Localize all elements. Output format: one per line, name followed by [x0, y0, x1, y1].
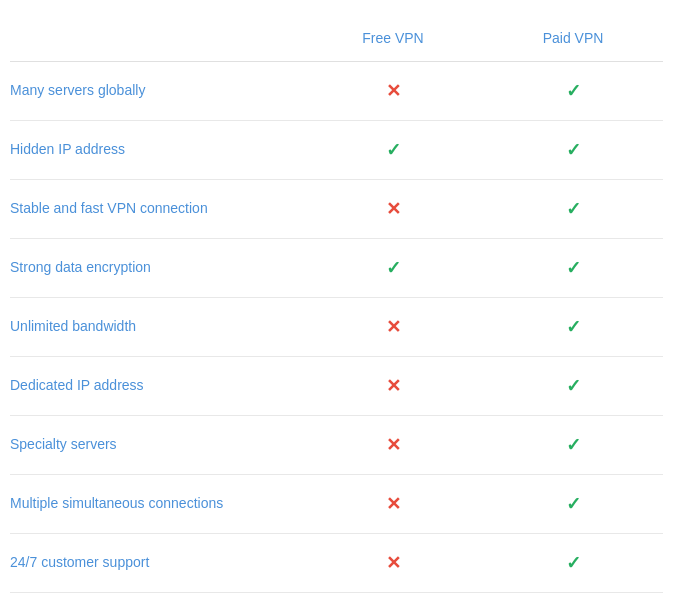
free-vpn-cell: ✕	[303, 493, 483, 515]
cross-icon: ✕	[386, 434, 401, 456]
check-icon: ✓	[566, 198, 581, 220]
free-vpn-cell: ✕	[303, 198, 483, 220]
table-row: Specialty servers✕✓	[10, 416, 663, 475]
feature-label: Multiple simultaneous connections	[10, 494, 303, 514]
free-vpn-cell: ✕	[303, 316, 483, 338]
feature-label: Many servers globally	[10, 81, 303, 101]
feature-label: Stable and fast VPN connection	[10, 199, 303, 219]
table-row: Dedicated IP address✕✓	[10, 357, 663, 416]
free-vpn-cell: ✕	[303, 375, 483, 397]
paid-vpn-cell: ✓	[483, 139, 663, 161]
check-icon: ✓	[566, 375, 581, 397]
cross-icon: ✕	[386, 375, 401, 397]
paid-vpn-cell: ✓	[483, 493, 663, 515]
paid-vpn-cell: ✓	[483, 552, 663, 574]
check-icon: ✓	[386, 257, 401, 279]
table-row: Many servers globally✕✓	[10, 62, 663, 121]
free-vpn-cell: ✕	[303, 552, 483, 574]
table-row: Stable and fast VPN connection✕✓	[10, 180, 663, 239]
table-row: 24/7 customer support✕✓	[10, 534, 663, 593]
feature-label: 24/7 customer support	[10, 553, 303, 573]
check-icon: ✓	[566, 493, 581, 515]
free-vpn-cell: ✕	[303, 80, 483, 102]
free-vpn-cell: ✓	[303, 257, 483, 279]
header-empty	[10, 30, 303, 46]
check-icon: ✓	[386, 139, 401, 161]
feature-label: Hidden IP address	[10, 140, 303, 160]
cross-icon: ✕	[386, 198, 401, 220]
table-row: Multiple simultaneous connections✕✓	[10, 475, 663, 534]
free-vpn-cell: ✓	[303, 139, 483, 161]
feature-label: Dedicated IP address	[10, 376, 303, 396]
table-header: Free VPN Paid VPN	[10, 20, 663, 62]
feature-label: Unlimited bandwidth	[10, 317, 303, 337]
check-icon: ✓	[566, 552, 581, 574]
header-paid-vpn: Paid VPN	[483, 30, 663, 46]
check-icon: ✓	[566, 80, 581, 102]
cross-icon: ✕	[386, 493, 401, 515]
cross-icon: ✕	[386, 316, 401, 338]
paid-vpn-cell: ✓	[483, 80, 663, 102]
paid-vpn-cell: ✓	[483, 198, 663, 220]
check-icon: ✓	[566, 316, 581, 338]
paid-vpn-cell: ✓	[483, 375, 663, 397]
paid-vpn-cell: ✓	[483, 257, 663, 279]
check-icon: ✓	[566, 139, 581, 161]
comparison-table: Free VPN Paid VPN Many servers globally✕…	[0, 0, 673, 596]
paid-vpn-cell: ✓	[483, 434, 663, 456]
table-body: Many servers globally✕✓Hidden IP address…	[10, 62, 663, 593]
paid-vpn-cell: ✓	[483, 316, 663, 338]
table-row: Hidden IP address✓✓	[10, 121, 663, 180]
feature-label: Specialty servers	[10, 435, 303, 455]
table-row: Strong data encryption✓✓	[10, 239, 663, 298]
feature-label: Strong data encryption	[10, 258, 303, 278]
free-vpn-cell: ✕	[303, 434, 483, 456]
check-icon: ✓	[566, 257, 581, 279]
check-icon: ✓	[566, 434, 581, 456]
table-row: Unlimited bandwidth✕✓	[10, 298, 663, 357]
cross-icon: ✕	[386, 80, 401, 102]
header-free-vpn: Free VPN	[303, 30, 483, 46]
cross-icon: ✕	[386, 552, 401, 574]
